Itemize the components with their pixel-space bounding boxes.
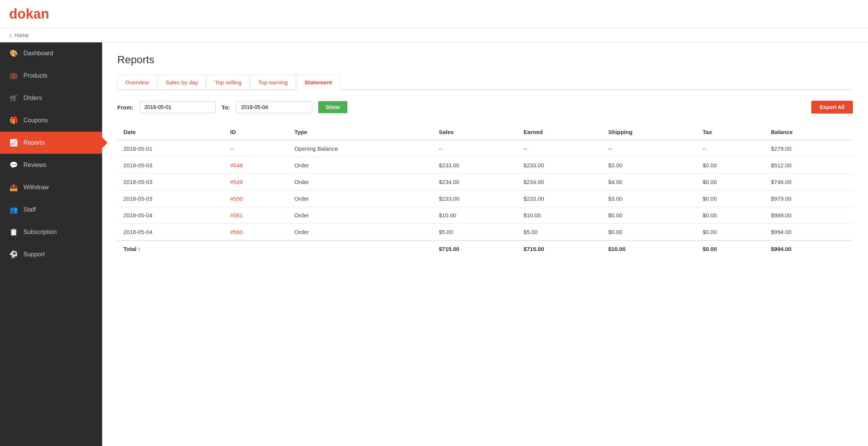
table-cell: $0.00 xyxy=(697,190,765,207)
total-cell: $10.00 xyxy=(602,240,697,257)
staff-icon: 👥 xyxy=(9,206,18,214)
table-cell: $233.00 xyxy=(433,190,518,207)
sidebar-label-reviews: Reviews xyxy=(23,162,46,168)
col-type: Type xyxy=(288,124,433,140)
table-cell: 2018-05-03 xyxy=(117,190,224,207)
col-shipping: Shipping xyxy=(602,124,697,140)
table-cell: 2018-05-04 xyxy=(117,224,224,241)
export-button[interactable]: Export All xyxy=(811,101,853,114)
sidebar-item-products[interactable]: 💼 Products xyxy=(0,65,102,87)
filter-bar: From: To: Show Export All xyxy=(117,101,853,114)
reviews-icon: 💬 xyxy=(9,161,18,169)
sidebar-label-reports: Reports xyxy=(23,139,45,146)
table-cell: -- xyxy=(518,140,602,157)
sidebar-item-orders[interactable]: 🛒 Orders xyxy=(0,87,102,109)
table-cell: $512.00 xyxy=(765,157,853,174)
subscription-icon: 📋 xyxy=(9,228,18,236)
sidebar-item-reviews[interactable]: 💬 Reviews xyxy=(0,154,102,176)
table-cell: 2018-05-04 xyxy=(117,207,224,224)
table-cell: $233.00 xyxy=(518,190,602,207)
tab-overview[interactable]: Overview xyxy=(117,75,157,89)
reports-icon: 📈 xyxy=(9,139,18,147)
order-link[interactable]: #550 xyxy=(230,195,243,202)
breadcrumb-home[interactable]: Home xyxy=(14,32,28,38)
table-cell: $233.00 xyxy=(518,157,602,174)
tab-statement[interactable]: Statement xyxy=(297,75,340,90)
order-link[interactable]: #561 xyxy=(230,212,243,218)
table-row: 2018-05-04#561Order$10.00$10.00$0.00$0.0… xyxy=(117,207,853,224)
sidebar-item-subscription[interactable]: 📋 Subscription xyxy=(0,221,102,243)
tab-top-selling[interactable]: Top selling xyxy=(207,75,249,89)
table-cell: -- xyxy=(224,140,288,157)
total-cell: $715.00 xyxy=(433,240,518,257)
table-cell: $0.00 xyxy=(697,174,765,190)
logo-d: d xyxy=(9,6,17,22)
tab-sales-by-day[interactable]: Sales by day xyxy=(158,75,206,89)
coupons-icon: 🎁 xyxy=(9,116,18,125)
home-icon: ⌂ xyxy=(9,32,12,38)
show-button[interactable]: Show xyxy=(318,101,347,113)
table-cell: Order xyxy=(288,157,433,174)
table-cell: $3.00 xyxy=(602,190,697,207)
breadcrumb: ⌂ Home xyxy=(0,28,868,42)
header: dokan xyxy=(0,0,868,28)
page-title: Reports xyxy=(117,54,853,66)
table-row: 2018-05-03#550Order$233.00$233.00$3.00$0… xyxy=(117,190,853,207)
order-link[interactable]: #548 xyxy=(230,162,243,168)
col-tax: Tax xyxy=(697,124,765,140)
table-cell: $979.00 xyxy=(765,190,853,207)
total-cell: $0.00 xyxy=(697,240,765,257)
table-cell: $0.00 xyxy=(697,207,765,224)
from-input[interactable] xyxy=(140,101,216,113)
sidebar-item-dashboard[interactable]: 🎨 Dashboard xyxy=(0,42,102,65)
sidebar-item-staff[interactable]: 👥 Staff xyxy=(0,199,102,221)
sidebar-label-support: Support xyxy=(23,251,45,258)
table-cell: $10.00 xyxy=(518,207,602,224)
table-cell: -- xyxy=(697,140,765,157)
withdraw-icon: 📤 xyxy=(9,183,18,192)
table-cell: $5.00 xyxy=(433,224,518,241)
table-cell: $5.00 xyxy=(518,224,602,241)
products-icon: 💼 xyxy=(9,72,18,80)
orders-icon: 🛒 xyxy=(9,94,18,102)
table-cell: $0.00 xyxy=(697,157,765,174)
order-link[interactable]: #563 xyxy=(230,229,243,235)
sidebar: 🎨 Dashboard 💼 Products 🛒 Orders 🎁 Coupon… xyxy=(0,42,102,446)
sidebar-item-coupons[interactable]: 🎁 Coupons xyxy=(0,109,102,132)
table-cell: Order xyxy=(288,190,433,207)
logo: dokan xyxy=(9,6,859,22)
tab-top-earning[interactable]: Top earning xyxy=(250,75,296,89)
col-sales: Sales xyxy=(433,124,518,140)
sidebar-label-products: Products xyxy=(23,72,47,79)
to-label: To: xyxy=(222,104,230,111)
table-cell: Order xyxy=(288,207,433,224)
table-row: 2018-05-03#548Order$233.00$233.00$3.00$0… xyxy=(117,157,853,174)
table-cell: $989.00 xyxy=(765,207,853,224)
order-link[interactable]: #549 xyxy=(230,179,243,185)
total-row: Total :$715.00$715.00$10.00$0.00$994.00 xyxy=(117,240,853,257)
table-row: 2018-05-04#563Order$5.00$5.00$0.00$0.00$… xyxy=(117,224,853,241)
col-id: ID xyxy=(224,124,288,140)
layout: 🎨 Dashboard 💼 Products 🛒 Orders 🎁 Coupon… xyxy=(0,42,868,446)
to-input[interactable] xyxy=(236,101,312,113)
sidebar-item-support[interactable]: ⚽ Support xyxy=(0,243,102,266)
table-cell: $0.00 xyxy=(602,224,697,241)
report-table: DateIDTypeSalesEarnedShippingTaxBalance2… xyxy=(117,124,853,257)
tabs-container: OverviewSales by dayTop sellingTop earni… xyxy=(117,75,853,90)
sidebar-label-withdraw: Withdraw xyxy=(23,184,49,191)
table-cell: $3.00 xyxy=(602,157,697,174)
sidebar-item-reports[interactable]: 📈 Reports xyxy=(0,132,102,154)
sidebar-item-withdraw[interactable]: 📤 Withdraw xyxy=(0,176,102,199)
sidebar-label-dashboard: Dashboard xyxy=(23,50,53,57)
table-cell: $994.00 xyxy=(765,224,853,241)
col-date: Date xyxy=(117,124,224,140)
table-cell: $746.00 xyxy=(765,174,853,190)
table-cell: $10.00 xyxy=(433,207,518,224)
table-cell: Opening Balance xyxy=(288,140,433,157)
from-label: From: xyxy=(117,104,134,111)
table-cell: $0.00 xyxy=(602,207,697,224)
table-cell: -- xyxy=(433,140,518,157)
sidebar-label-coupons: Coupons xyxy=(23,117,48,124)
total-cell: $994.00 xyxy=(765,240,853,257)
table-cell: 2018-05-03 xyxy=(117,174,224,190)
